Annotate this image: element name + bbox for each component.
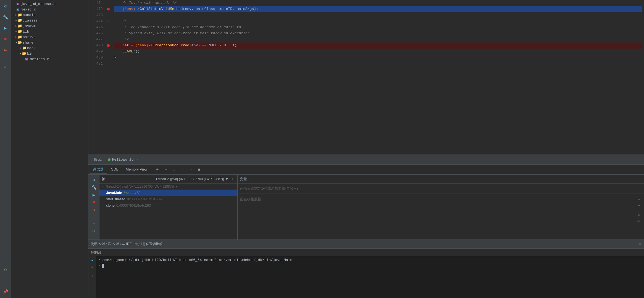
file-java-md-macosx[interactable]: ▣ java_md_macosx.h — [11, 1, 88, 7]
code-line-476: * System.exit) will be non-zero if main … — [114, 30, 642, 36]
copy-button[interactable]: ⧉ — [636, 212, 642, 218]
folder-bundle[interactable]: ▶ 📁 bundle — [11, 12, 88, 18]
settings-debug-icon[interactable]: ⚙ — [90, 228, 98, 234]
code-line-475: * The launcher's exit code (in the absen… — [114, 24, 642, 30]
line-numbers: 471 472 473 474 475 476 477 478 479 480 … — [88, 0, 105, 155]
add-watch-button[interactable]: + — [230, 176, 235, 182]
folder-label: bin — [27, 52, 33, 56]
console-input-line: ➤ — [98, 263, 642, 268]
thread-dropdown[interactable]: Thread-2-[java] (0x7...17896700 (LWP 928… — [156, 176, 228, 182]
folder-javavm[interactable]: ▶ 📁 javavm — [11, 23, 88, 29]
step-over-button[interactable]: ↷ — [162, 166, 170, 174]
frames-panel: 帧 Thread-2-[java] (0x7...17896700 (LWP 9… — [99, 175, 238, 240]
target-tool-icon[interactable]: ⊙ — [2, 46, 9, 54]
pin-tool-icon[interactable]: 📌 — [2, 288, 9, 296]
folder-icon: 📁 — [22, 46, 27, 50]
file-jexec[interactable]: ▣ jexec.c — [11, 7, 88, 12]
folder-icon: 📁 — [18, 24, 22, 28]
folder-lib[interactable]: ▶ 📁 lib — [11, 29, 88, 34]
frames-controls: Thread-2-[java] (0x7...17896700 (LWP 928… — [156, 176, 235, 182]
arrow-right-icon: ▶ — [15, 13, 17, 17]
folder-icon: 📁 — [18, 18, 22, 23]
breakpoint-478[interactable] — [107, 44, 110, 47]
folder-label: native — [23, 35, 36, 39]
frame-function-label: clone — [106, 203, 115, 207]
debug-body: ↺ 🔧 ▶ ■ ⊙ ✏ ⚙ 📌 帧 Thread-2-[java] (0x7..… — [88, 175, 644, 240]
frame-start-thread[interactable]: start_thread 0x00007f0418d0a609 — [99, 196, 237, 202]
c-file-icon: ▣ — [15, 7, 20, 12]
chevron-down-icon: ▼ — [225, 177, 228, 181]
code-editor: 471 472 473 474 475 476 477 478 479 480 … — [88, 0, 644, 155]
console-title: 控制台 — [91, 250, 101, 255]
code-content: /* Invoke main method. */ (*env) -> Call… — [112, 0, 644, 155]
tab-memory-view[interactable]: Memory View — [122, 166, 151, 174]
collecting-status: 正在收集数据... — [240, 196, 636, 203]
resume-icon[interactable]: ↺ — [90, 177, 98, 182]
settings-tool-icon[interactable]: ⚙ — [2, 266, 9, 274]
variables-body: 正在收集数据... ▲ ▼ ⧉ 👁 — [240, 196, 642, 237]
thread-label: Thread-2-[java] (0x7...17896700 (LWP 928… — [156, 177, 224, 181]
stop-tool-icon[interactable]: ■ — [2, 35, 9, 43]
toolbar-buttons: ≡ ↷ ↓ ↑ ↗ ⊞ — [154, 166, 203, 174]
session-close-button[interactable]: ✕ — [135, 157, 140, 163]
file-label: defines.h — [30, 57, 49, 61]
frame-clone[interactable]: clone 0x00007f0418e4c293 — [99, 202, 237, 209]
frames-list-button[interactable]: ≡ — [154, 166, 161, 174]
debug-toolbar: 调试器 GDB Memory View ≡ ↷ ↓ ↑ ↗ ⊞ — [88, 165, 644, 175]
breakpoint-column: ◇ — [105, 0, 112, 155]
file-defines-h[interactable]: ▣ defines.h — [11, 56, 88, 62]
folder-back[interactable]: ▶ 📁 back — [11, 45, 88, 51]
brush-debug-icon[interactable]: ✏ — [90, 220, 98, 226]
console-panel: 控制台 ▲ ▼ ⬇ /home/nagocoler/jdk-jdk8-b120/… — [88, 248, 644, 298]
folder-bin[interactable]: ▼ 📂 bin — [11, 51, 88, 56]
h-file-icon: ▣ — [24, 57, 29, 61]
play-debug-icon[interactable]: ▶ — [90, 192, 98, 198]
wrench-debug-icon[interactable]: 🔧 — [90, 185, 98, 190]
file-tree: ▣ java_md_macosx.h ▣ jexec.c ▶ 📁 bundle … — [11, 0, 88, 298]
left-toolbar: ↺ 🔧 ▶ ■ ⊙ ✏ ⚙ 📌 — [0, 0, 11, 298]
folder-share[interactable]: ▼ 📂 share — [11, 40, 88, 45]
run-to-cursor-button[interactable]: ↗ — [187, 166, 194, 174]
scroll-down-button[interactable]: ▼ — [636, 203, 642, 209]
arrow-right-icon: ▶ — [15, 19, 17, 22]
console-download[interactable]: ⬇ — [89, 273, 95, 279]
tab-debugger[interactable]: 调试器 — [90, 165, 107, 174]
console-text-area: /home/nagocoler/jdk-jdk8-b120/build/linu… — [96, 256, 644, 298]
step-out-button[interactable]: ↑ — [178, 166, 186, 174]
folder-icon: 📁 — [18, 35, 22, 39]
h-file-icon: ▣ — [15, 2, 20, 6]
evaluate-button[interactable]: ⊞ — [195, 166, 203, 174]
brush-tool-icon[interactable]: ✏ — [2, 63, 9, 71]
wrench-tool-icon[interactable]: 🔧 — [2, 13, 9, 21]
folder-classes[interactable]: ▶ 📁 classes — [11, 18, 88, 23]
folder-label: share — [23, 41, 33, 45]
thread-item[interactable]: ≡ Thread-2-[java] (0x7...17896700 (LWP 9… — [99, 183, 237, 190]
arrow-right-icon: ▶ — [20, 46, 22, 50]
code-line-474: /* — [114, 18, 642, 24]
arrow-down-icon: ▼ — [20, 52, 22, 55]
eye-button[interactable]: 👁 — [636, 219, 642, 224]
code-area: 471 472 473 474 475 476 477 478 479 480 … — [88, 0, 644, 155]
variables-header: 变量 — [238, 175, 644, 183]
folder-native[interactable]: ▶ 📁 native — [11, 34, 88, 40]
folder-label: classes — [23, 18, 38, 23]
console-command-line: /home/nagocoler/jdk-jdk8-b120/build/linu… — [98, 257, 642, 263]
breakpoint-472[interactable] — [107, 8, 110, 10]
tab-gdb[interactable]: GDB — [107, 166, 122, 174]
frame-detail-label: java.c:472 — [124, 191, 140, 195]
stop-debug-icon[interactable]: ■ — [90, 200, 98, 205]
console-scroll-down[interactable]: ▼ — [89, 265, 95, 271]
frame-javamain[interactable]: JavaMain java.c:472 — [99, 190, 237, 196]
session-name: HelloWorld — [112, 158, 134, 162]
step-into-button[interactable]: ↓ — [170, 166, 178, 174]
hint-close-button[interactable]: ✕ — [638, 242, 642, 246]
refresh-tool-icon[interactable]: ↺ — [2, 2, 9, 10]
target-debug-icon[interactable]: ⊙ — [90, 207, 98, 213]
console-scroll-up[interactable]: ▲ — [89, 257, 95, 264]
arrow-right-icon: ▶ — [15, 35, 17, 39]
play-tool-icon[interactable]: ▶ — [2, 24, 9, 32]
folder-icon: 📁 — [18, 29, 22, 34]
scroll-up-button[interactable]: ▲ — [636, 197, 642, 202]
eval-bar[interactable]: 评估表达式(⌥↩)或添加监视(⇧⌥↩) — [238, 183, 644, 193]
file-label: jexec.c — [21, 7, 36, 12]
